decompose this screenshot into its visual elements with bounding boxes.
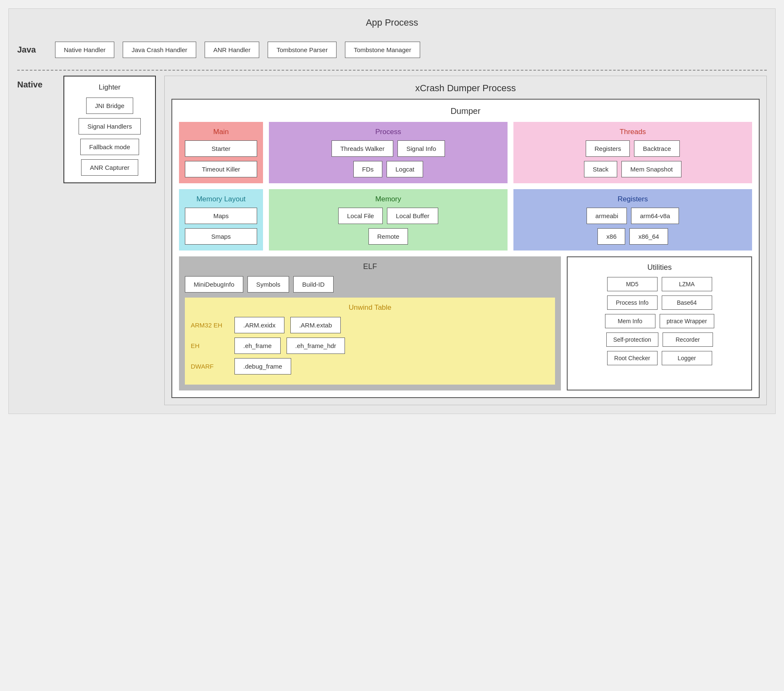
native-label: Native (17, 80, 55, 90)
memory-layout-item-0: Maps (185, 208, 257, 224)
threads-item-1: Backtrace (634, 140, 680, 157)
dumper-bottom-row: ELF MiniDebugInfo Symbols Build-ID Unwin… (179, 256, 752, 390)
utility-row-2: Mem Info ptrace Wrapper (574, 314, 745, 328)
dumper-middle-row: Memory Layout Maps Smaps Memory Local Fi… (179, 189, 752, 251)
xcrash-title: xCrash Dumper Process (171, 83, 760, 94)
registers-section-title: Registers (519, 195, 746, 203)
utility-self-protection: Self-protection (606, 332, 658, 347)
registers-item-2: x86 (597, 228, 625, 245)
memory-layout-title: Memory Layout (185, 195, 257, 203)
elf-item-1: Symbols (247, 276, 289, 293)
memory-section: Memory Local File Local Buffer Remote (269, 189, 508, 251)
java-handlers: Native Handler Java Crash Handler ANR Ha… (55, 35, 767, 65)
utilities-box: Utilities MD5 LZMA Process Info Base64 (567, 256, 752, 390)
elf-top-boxes: MiniDebugInfo Symbols Build-ID (185, 276, 555, 293)
registers-item-3: x86_64 (629, 228, 668, 245)
utilities-title: Utilities (574, 263, 745, 272)
native-row: Native Lighter JNI Bridge Signal Handler… (17, 76, 767, 405)
java-row: Java Native Handler Java Crash Handler A… (17, 35, 767, 65)
lighter-box: Lighter JNI Bridge Signal Handlers Fallb… (63, 76, 156, 183)
unwind-row-dwarf: DWARF .debug_frame (191, 358, 549, 375)
elf-title: ELF (185, 262, 555, 271)
unwind-label-dwarf: DWARF (191, 363, 229, 370)
utility-row-0: MD5 LZMA (574, 277, 745, 291)
memory-layout-section: Memory Layout Maps Smaps (179, 189, 263, 251)
dumper-title: Dumper (179, 106, 752, 116)
memory-item-2: Remote (368, 228, 408, 245)
utility-ptrace: ptrace Wrapper (660, 314, 714, 328)
eh-item-1: .eh_frame_hdr (287, 338, 345, 354)
utilities-grid: MD5 LZMA Process Info Base64 Mem Info pt (574, 277, 745, 365)
main-item-1: Timeout Killer (185, 161, 257, 177)
unwind-label-arm32: ARM32 EH (191, 322, 229, 329)
arm32-item-0: .ARM.exidx (234, 317, 284, 333)
threads-item-0: Registers (586, 140, 630, 157)
eh-item-0: .eh_frame (234, 338, 281, 354)
outer-container: App Process Java Native Handler Java Cra… (8, 8, 776, 414)
utility-row-3: Self-protection Recorder (574, 332, 745, 347)
handler-tombstone-parser: Tombstone Parser (268, 42, 337, 58)
unwind-title: Unwind Table (191, 303, 549, 312)
elf-section: ELF MiniDebugInfo Symbols Build-ID Unwin… (179, 256, 561, 390)
unwind-row-arm32: ARM32 EH .ARM.exidx .ARM.extab (191, 317, 549, 333)
handler-native: Native Handler (55, 42, 114, 58)
arm32-item-1: .ARM.extab (290, 317, 341, 333)
xcrash-container: xCrash Dumper Process Dumper Main Starte… (164, 76, 767, 405)
threads-section: Threads Registers Backtrace Stack Mem Sn… (513, 122, 752, 183)
java-native-divider (17, 70, 767, 71)
memory-item-0: Local File (338, 208, 383, 224)
registers-item-1: arm64-v8a (631, 208, 679, 224)
utility-recorder: Recorder (663, 332, 713, 347)
lighter-item-0: JNI Bridge (86, 98, 133, 114)
process-item-1: Signal Info (397, 140, 445, 157)
utility-lzma: LZMA (662, 277, 712, 291)
utility-base64: Base64 (662, 295, 712, 310)
process-item-3: Logcat (387, 161, 423, 177)
process-section-title: Process (275, 128, 502, 136)
threads-item-3: Mem Snapshot (621, 161, 681, 177)
utility-md5: MD5 (607, 277, 658, 291)
lighter-item-3: ANR Capturer (81, 159, 138, 176)
process-section: Process Threads Walker Signal Info FDs L… (269, 122, 508, 183)
utility-root-checker: Root Checker (607, 351, 658, 365)
elf-item-2: Build-ID (293, 276, 333, 293)
registers-section: Registers armeabi arm64-v8a x86 x86_64 (513, 189, 752, 251)
dumper-top-row: Main Starter Timeout Killer Process Thre… (179, 122, 752, 183)
main-item-0: Starter (185, 140, 257, 157)
threads-item-2: Stack (584, 161, 618, 177)
java-label: Java (17, 45, 55, 55)
lighter-item-1: Signal Handlers (79, 118, 141, 135)
unwind-table: Unwind Table ARM32 EH .ARM.exidx .ARM.ex… (185, 298, 555, 385)
memory-layout-item-1: Smaps (185, 228, 257, 245)
dwarf-item-0: .debug_frame (234, 358, 291, 375)
handler-anr: ANR Handler (205, 42, 259, 58)
utilities-section: Utilities MD5 LZMA Process Info Base64 (567, 256, 752, 390)
app-process-title: App Process (17, 17, 767, 28)
utility-row-1: Process Info Base64 (574, 295, 745, 310)
memory-item-1: Local Buffer (387, 208, 438, 224)
utility-mem-info: Mem Info (605, 314, 655, 328)
dumper-container: Dumper Main Starter Timeout Killer Proce… (171, 99, 760, 398)
handler-tombstone-manager: Tombstone Manager (345, 42, 420, 58)
unwind-row-eh: EH .eh_frame .eh_frame_hdr (191, 338, 549, 354)
unwind-label-eh: EH (191, 342, 229, 349)
memory-section-title: Memory (275, 195, 502, 203)
main-section: Main Starter Timeout Killer (179, 122, 263, 183)
utility-logger: Logger (662, 351, 712, 365)
handler-java-crash: Java Crash Handler (123, 42, 196, 58)
process-item-0: Threads Walker (331, 140, 393, 157)
lighter-item-2: Fallback mode (80, 139, 139, 155)
utility-row-4: Root Checker Logger (574, 351, 745, 365)
process-item-2: FDs (353, 161, 383, 177)
registers-item-0: armeabi (587, 208, 627, 224)
elf-item-0: MiniDebugInfo (185, 276, 243, 293)
main-section-title: Main (185, 128, 257, 136)
threads-section-title: Threads (519, 128, 746, 136)
lighter-title: Lighter (99, 83, 121, 92)
utility-process-info: Process Info (607, 295, 658, 310)
